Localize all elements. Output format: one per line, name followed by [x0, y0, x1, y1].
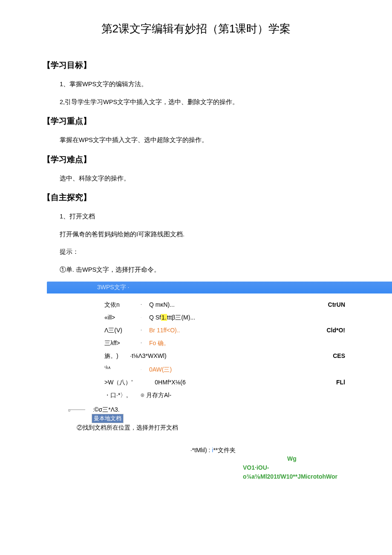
underline: o: [68, 410, 85, 410]
heading-explore: 【自主探究】: [43, 192, 392, 203]
footer-area: 曼本地文档 ②找到文档所在位置，选择并打开文档: [77, 414, 345, 432]
menu-label: 0HMf*X⅛(6: [145, 379, 294, 386]
menu-label: 0AW(三): [149, 366, 294, 374]
menu-bar-text: 3WPS文字 ·: [94, 284, 129, 291]
menu-label: ·t⅛Λ3*WXWl): [130, 352, 294, 359]
menu-row: Λ三(V) · Br 11ff<O).. Cld*O!: [104, 324, 345, 337]
step-1-desc: 打开佩奇的爸哲妈妈给她的I可家路线图文档.: [60, 229, 392, 241]
step-1: 1、打开文档: [60, 211, 392, 223]
shortcut: FLl: [294, 379, 345, 386]
focus-text: 掌握在WPS文字中插入文字、选中超除文字的操作。: [60, 134, 392, 146]
shortcut: CES: [294, 352, 345, 359]
page-title: 第2课文字编辑有妙招（第1课时）学案: [0, 21, 392, 36]
menu-row: 三λff> · Fo 确。: [104, 337, 345, 350]
goal-item-1: 1、掌握WPS文字的编辑方法。: [60, 78, 392, 90]
menu-label: ◎月存方Al-: [141, 392, 294, 399]
tip-2: ②找到文档所在位置，选择并打开文档: [77, 424, 345, 432]
menu-row: «ill> · Q Sf1.tttβ三(M)...: [104, 311, 345, 324]
menu-item: «ill>: [104, 314, 141, 321]
menu-item: ¹λ∧: [104, 365, 141, 373]
local-doc-button[interactable]: 曼本地文档: [92, 414, 124, 423]
difficulty-text: 选中、科除文字的操作。: [60, 173, 392, 185]
menu-row: 文依n · Q mκN)... CtrUN: [104, 299, 345, 311]
menu-item: 三λff>: [104, 340, 141, 347]
heading-goals: 【学习目标】: [43, 60, 392, 71]
menu-item: Λ三(V): [104, 327, 141, 334]
menu-item: ・口·*〉,: [104, 392, 141, 399]
menu-item: 文依n: [104, 301, 141, 309]
menu-row: 旃。) ·t⅛Λ3*WXWl) CES: [104, 350, 345, 363]
menu-item: >W（八）': [104, 379, 145, 386]
menu-label: Q mκN)...: [149, 301, 294, 308]
document-page: 第2课文字编辑有妙招（第1课时）学案 【学习目标】 1、掌握WPS文字的编辑方法…: [0, 0, 392, 555]
menu-row: ¹λ∧ · 0AW(三): [104, 363, 345, 376]
shortcut: Cld*O!: [294, 327, 345, 334]
wps-menu-bar: 3WPS文字 ·: [47, 282, 392, 293]
green-text-block: Wg VO1·iOU- o¾a³⁄₈Ml201t/W10**JMicrotohW…: [243, 454, 341, 481]
goal-item-2: 2,引导学生学习WPS文字中插入文字，选中、删除文字的操作。: [60, 96, 392, 108]
menu-row: >W（八）' 0HMf*X⅛(6 FLl: [104, 376, 345, 389]
last-line: ·*tMlιl) : i**文件夹: [34, 447, 392, 454]
heading-difficulty: 【学习难点】: [43, 154, 392, 165]
heading-focus: 【学习重点】: [43, 116, 392, 127]
tip-1: ①单. 击WPS文字，选择打开命令。: [60, 264, 392, 276]
menu-row: ・口·*〉, ◎月存方Al-: [104, 389, 345, 402]
menu-item: 旃。): [104, 352, 130, 360]
tip-label: 提示：: [60, 246, 392, 258]
menu-label: Br 11ff<O)..: [149, 327, 294, 334]
shortcut: CtrUN: [294, 301, 345, 308]
menu-label: Fo 确。: [149, 340, 294, 347]
menu-label: Q Sf1.tttβ三(M)...: [149, 314, 294, 322]
copyright-line: o :©σ三*Λ3.: [68, 406, 392, 414]
